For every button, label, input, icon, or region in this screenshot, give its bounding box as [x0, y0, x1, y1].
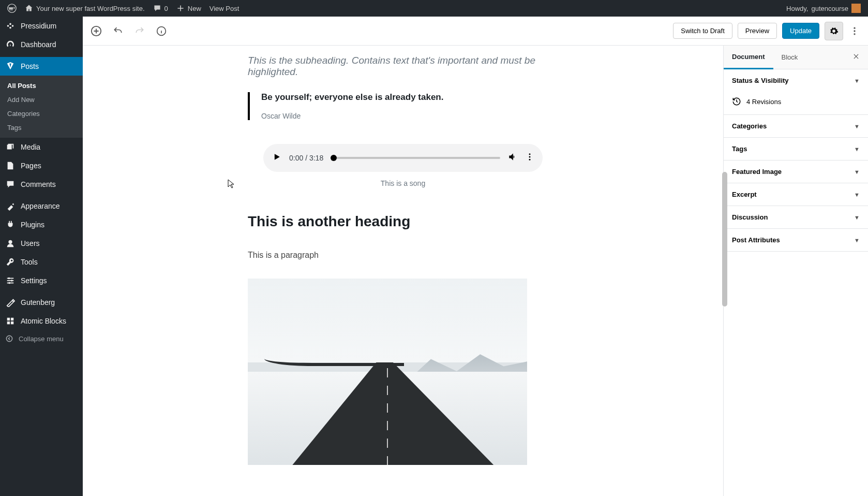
volume-button[interactable]: [507, 152, 518, 164]
settings-sidebar: Document Block Status & Visibility▼ 4 Re…: [723, 46, 868, 496]
panel-featured-image[interactable]: Featured Image▼: [724, 161, 868, 183]
pages-icon: [5, 161, 16, 171]
svg-point-4: [9, 27, 11, 29]
my-account-link[interactable]: Howdy, gutencourse: [782, 0, 865, 17]
quote-block[interactable]: Be yourself; everyone else is already ta…: [248, 92, 558, 120]
panel-excerpt[interactable]: Excerpt▼: [724, 183, 868, 206]
svg-rect-15: [7, 322, 10, 324]
content-info-button[interactable]: [155, 25, 168, 37]
site-name-link[interactable]: Your new super fast WordPress site.: [21, 0, 149, 17]
settings-tabs: Document Block: [724, 46, 868, 69]
sidebar-item-appearance[interactable]: Appearance: [0, 197, 83, 215]
site-name-text: Your new super fast WordPress site.: [36, 5, 145, 12]
preview-button[interactable]: Preview: [738, 23, 777, 39]
sidebar-item-comments[interactable]: Comments: [0, 175, 83, 194]
quote-citation[interactable]: Oscar Wilde: [261, 112, 558, 120]
svg-point-11: [11, 280, 13, 282]
heading-block[interactable]: This is another heading: [248, 213, 558, 230]
editor-header: Switch to Draft Preview Update: [83, 17, 868, 46]
paragraph-block[interactable]: This is a paragraph: [248, 251, 558, 260]
history-icon: [732, 97, 741, 106]
collapse-menu-button[interactable]: Collapse menu: [0, 330, 83, 347]
sidebar-item-users[interactable]: Users: [0, 234, 83, 253]
admin-sidebar: PressidiumDashboardPostsAll PostsAdd New…: [0, 17, 83, 496]
svg-point-1: [7, 25, 9, 27]
media-icon: [5, 142, 16, 152]
chevron-down-icon: ▼: [854, 123, 860, 129]
sidebar-item-plugins[interactable]: Plugins: [0, 215, 83, 234]
panel-title: Featured Image: [732, 168, 782, 176]
scrollbar-thumb[interactable]: [722, 172, 727, 307]
panel-post-attributes[interactable]: Post Attributes▼: [724, 229, 868, 252]
panel-title: Excerpt: [732, 191, 757, 198]
sidebar-item-label: Media: [21, 143, 40, 151]
chevron-down-icon: ▼: [854, 169, 860, 175]
svg-point-22: [854, 33, 855, 35]
chevron-down-icon: ▼: [854, 214, 860, 221]
audio-seek-thumb[interactable]: [331, 155, 337, 161]
sidebar-subitem[interactable]: Tags: [0, 121, 83, 135]
subheading-block[interactable]: This is the subheading. Contains text th…: [248, 46, 558, 92]
chevron-down-icon: ▼: [854, 78, 860, 84]
sidebar-item-settings[interactable]: Settings: [0, 271, 83, 290]
sidebar-item-label: Pages: [21, 162, 41, 170]
panel-tags[interactable]: Tags▼: [724, 138, 868, 161]
sidebar-item-atomic[interactable]: Atomic Blocks: [0, 312, 83, 330]
sidebar-item-media[interactable]: Media: [0, 138, 83, 156]
quote-text[interactable]: Be yourself; everyone else is already ta…: [261, 92, 558, 103]
add-block-button[interactable]: [90, 25, 102, 37]
sidebar-item-gutenberg[interactable]: Gutenberg: [0, 293, 83, 312]
collapse-label: Collapse menu: [19, 335, 64, 343]
sidebar-item-pages[interactable]: Pages: [0, 156, 83, 175]
wp-logo[interactable]: [3, 0, 21, 17]
panel-title: Status & Visibility: [732, 77, 789, 84]
update-button[interactable]: Update: [782, 23, 819, 39]
sidebar-item-posts[interactable]: Posts: [0, 57, 83, 76]
revisions-text: 4 Revisions: [746, 98, 781, 106]
gutenberg-icon: [5, 297, 16, 308]
svg-point-23: [529, 153, 531, 155]
avatar: [851, 4, 861, 13]
sidebar-item-tools[interactable]: Tools: [0, 253, 83, 271]
view-post-label: View Post: [209, 5, 240, 12]
admin-toolbar: Your new super fast WordPress site. 0 Ne…: [0, 0, 868, 17]
undo-button[interactable]: [112, 25, 124, 37]
more-menu-button[interactable]: [848, 25, 861, 37]
svg-point-24: [529, 156, 531, 158]
tab-block[interactable]: Block: [773, 46, 806, 68]
tab-document[interactable]: Document: [724, 46, 773, 69]
sidebar-item-label: Dashboard: [21, 40, 56, 49]
close-settings-button[interactable]: [844, 53, 868, 62]
sidebar-item-label: Users: [21, 239, 40, 247]
sidebar-subitem[interactable]: All Posts: [0, 79, 83, 93]
image-block[interactable]: [248, 279, 527, 465]
audio-block[interactable]: 0:00 / 3:18: [263, 144, 543, 172]
more-vertical-icon: [849, 26, 860, 36]
new-content-link[interactable]: New: [172, 0, 205, 17]
panel-categories[interactable]: Categories▼: [724, 115, 868, 138]
view-post-link[interactable]: View Post: [205, 0, 244, 17]
panel-status-visibility[interactable]: Status & Visibility▼ 4 Revisions: [724, 69, 868, 115]
sidebar-subitem[interactable]: Categories: [0, 107, 83, 121]
tools-icon: [5, 257, 16, 267]
audio-caption[interactable]: This is a song: [248, 179, 558, 187]
sidebar-subitem[interactable]: Add New: [0, 93, 83, 107]
sidebar-item-pressidium[interactable]: Pressidium: [0, 17, 83, 35]
svg-point-2: [9, 23, 11, 25]
panel-discussion[interactable]: Discussion▼: [724, 206, 868, 229]
panel-title: Discussion: [732, 213, 768, 221]
settings-toggle-button[interactable]: [825, 22, 843, 40]
chevron-down-icon: ▼: [854, 237, 860, 243]
editor-canvas[interactable]: This is the subheading. Contains text th…: [83, 46, 723, 496]
redo-button[interactable]: [133, 25, 146, 37]
audio-more-button[interactable]: [525, 152, 534, 164]
pressidium-icon: [5, 21, 16, 31]
chevron-down-icon: ▼: [854, 192, 860, 198]
play-button[interactable]: [272, 152, 282, 164]
comments-link[interactable]: 0: [149, 0, 172, 17]
sidebar-item-label: Settings: [21, 276, 47, 285]
audio-seek-track[interactable]: [331, 157, 500, 159]
sidebar-item-dashboard[interactable]: Dashboard: [0, 35, 83, 54]
revisions-link[interactable]: 4 Revisions: [732, 97, 860, 106]
switch-to-draft-button[interactable]: Switch to Draft: [673, 23, 732, 39]
